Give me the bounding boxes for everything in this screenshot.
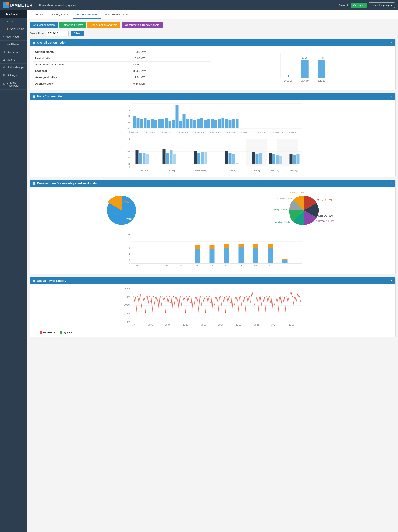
svg-rect-26 (154, 120, 157, 128)
svg-text:02: 02 (151, 265, 154, 267)
tab-overview[interactable]: Overview (29, 10, 48, 19)
svg-text:15: 15 (128, 234, 130, 236)
sidebar-item-t1[interactable]: T1 (4, 18, 27, 25)
svg-text:04: 04 (180, 265, 183, 267)
table-row: Last Month13.95 kWh (33, 55, 211, 62)
svg-text:10-21: 10-21 (236, 324, 241, 326)
svg-text:2019-10-01: 2019-10-01 (130, 131, 139, 133)
svg-rect-85 (201, 152, 204, 164)
daily-card-header: ▦ Daily Consumption ∧ (30, 93, 395, 100)
table-row: Last Year83.65 kWh (33, 68, 211, 74)
logo-icon (3, 2, 9, 8)
daily-date-chart: 1.2 1 0.6 0.4 0.2 0 (31, 101, 394, 135)
svg-rect-40 (204, 120, 207, 128)
btn-consumption-trend[interactable]: Consumption Trend Analysis (122, 22, 163, 28)
svg-text:2019-10-10: 2019-10-10 (178, 131, 188, 133)
svg-rect-97 (279, 156, 282, 164)
sidebar-item-new-place[interactable]: + New Place (0, 33, 27, 40)
svg-text:Thursday: Thursday (227, 169, 236, 172)
sidebar-item-my-places[interactable]: ☰ My Places (0, 40, 27, 48)
view-button[interactable]: View (71, 31, 84, 36)
svg-rect-33 (179, 121, 182, 128)
tabs-bar: Overview History Record Report Analysis … (27, 10, 398, 19)
svg-rect-99 (293, 155, 296, 164)
svg-rect-23 (144, 119, 147, 128)
active-power-collapse-button[interactable]: ∧ (390, 279, 392, 282)
weekday-card-header: ▦ Consumption For weekdays and weekends … (30, 180, 395, 187)
row-label: Current Month (33, 49, 131, 55)
weekday-collapse-button[interactable]: ∧ (390, 182, 392, 185)
sidebar-item-overview[interactable]: ⊞ Overview (0, 48, 27, 56)
overall-collapse-button[interactable]: ∧ (390, 41, 392, 44)
svg-rect-35 (186, 119, 189, 128)
sidebar-item-settings[interactable]: ⚙ Settings (0, 71, 27, 79)
language-button[interactable]: Select Language ▾ (369, 2, 395, 8)
sidebar-item-notice-groups[interactable]: ⚐ Notice Groups (0, 63, 27, 71)
svg-text:0.4: 0.4 (128, 157, 130, 159)
active-power-body: 500W 0W -500W -1,000W -1,500W (30, 284, 395, 337)
btn-exported-energy[interactable]: Exported Energy (59, 22, 86, 28)
svg-rect-140 (268, 248, 273, 263)
logo-sq-blue-2 (3, 5, 6, 8)
svg-rect-80 (166, 152, 169, 164)
chart-icon: ▦ (33, 41, 35, 44)
svg-rect-94 (269, 153, 272, 164)
logo-box: IAMMETER (3, 2, 33, 8)
svg-rect-89 (232, 154, 235, 164)
svg-text:6: 6 (129, 253, 130, 255)
content-area: Grid Consumption Exported Energy Consump… (27, 19, 398, 532)
svg-rect-82 (173, 154, 176, 164)
svg-text:09: 09 (254, 265, 257, 267)
svg-rect-46 (225, 119, 228, 128)
legend-color-c (59, 331, 62, 334)
sidebar-item-change-password[interactable]: ✎ Change Password (0, 79, 27, 89)
svg-text:Saturday: Saturday (270, 169, 280, 172)
power-line (131, 290, 302, 313)
logout-button[interactable]: ⏻ Logout (351, 3, 367, 8)
menu-icon: ☰ (2, 13, 5, 16)
svg-text:2019-10: 2019-10 (318, 80, 325, 82)
btn-consumption-analysis[interactable]: Consumption analysis (87, 22, 120, 28)
tab-report-analysis[interactable]: Report Analysis (73, 10, 101, 19)
svg-text:10: 10 (132, 324, 135, 326)
notice-icon: ⚐ (2, 66, 5, 69)
grid-icon: ☰ (2, 43, 5, 46)
svg-rect-39 (200, 118, 203, 128)
tab-auto-sending[interactable]: Auto-Sending Settings (101, 10, 136, 19)
svg-text:1.2: 1.2 (128, 102, 130, 105)
svg-rect-41 (207, 119, 210, 128)
row-value: 11.95 kWh (131, 74, 211, 80)
time-input[interactable] (46, 31, 69, 36)
header-left: IAMMETER / / PowerMeter monitoring syste… (3, 2, 76, 8)
sidebar-item-meters[interactable]: ⊡ Meters (0, 56, 27, 63)
svg-rect-76 (139, 152, 142, 164)
svg-text:2019-10-16: 2019-10-16 (210, 131, 219, 133)
svg-rect-21 (137, 118, 140, 128)
btn-grid-consumption[interactable]: Grid Consumption (30, 22, 58, 28)
sidebar-header: ☰ My Places (0, 10, 27, 18)
svg-text:Sunday: Sunday (290, 169, 298, 172)
sidebar-new-place-label: New Place (6, 35, 19, 38)
svg-rect-36 (190, 120, 193, 128)
svg-rect-27 (158, 120, 161, 128)
svg-rect-134 (224, 248, 229, 263)
plus-icon: + (2, 35, 4, 38)
active-power-title: ▦ Active Power History (33, 279, 66, 282)
weekday-card-body: Weekends 22.17% → Weekdays 77.83% (30, 187, 395, 274)
tab-history-record[interactable]: History Record (48, 10, 73, 19)
svg-text:Monday: Monday (141, 169, 149, 172)
svg-text:Wednesday: Wednesday (195, 169, 207, 172)
daily-collapse-button[interactable]: ∧ (390, 95, 392, 98)
svg-rect-139 (253, 244, 258, 248)
sidebar-item-solar-demo[interactable]: Solar Demo (4, 25, 27, 33)
logout-icon: ⏻ (353, 4, 356, 7)
svg-text:0: 0 (129, 166, 130, 169)
bar-2019-09 (301, 60, 308, 78)
svg-rect-44 (218, 119, 221, 128)
svg-rect-143 (282, 259, 287, 260)
svg-text:13.95: 13.95 (302, 57, 307, 59)
svg-text:0.4: 0.4 (128, 121, 130, 123)
svg-rect-141 (268, 244, 273, 248)
overall-bar-chart: 0 2018-10 13.95 2019-09 13.85 2019-10 (214, 51, 393, 84)
table-row: Average Daily0.46 kWh (33, 80, 211, 87)
